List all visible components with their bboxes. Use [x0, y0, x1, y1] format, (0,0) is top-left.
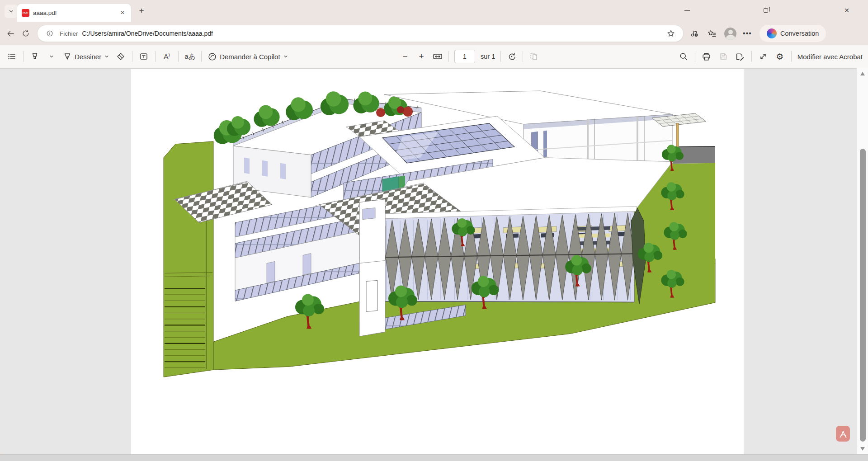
acrobat-logo-icon: [839, 429, 848, 439]
scrollbar-thumb[interactable]: [860, 149, 866, 442]
edit-with-acrobat-button[interactable]: Modifier avec Acrobat: [797, 49, 863, 64]
tab-title: aaaa.pdf: [33, 9, 115, 16]
url-text: C:/Users/amira/OneDrive/Documents/aaaa.p…: [82, 30, 661, 37]
restore-button[interactable]: [755, 0, 777, 21]
save-icon: [718, 49, 729, 64]
active-tab[interactable]: PDF aaaa.pdf ✕: [17, 4, 131, 22]
pdf-viewer: [0, 68, 868, 454]
search-icon[interactable]: [678, 49, 689, 64]
minimize-icon: [684, 10, 690, 11]
expand-icon[interactable]: [758, 49, 769, 64]
favorite-star-icon[interactable]: [665, 28, 677, 39]
horizontal-scrollbar[interactable]: [0, 454, 868, 461]
scroll-up-icon[interactable]: [860, 72, 865, 75]
divider: [751, 51, 752, 62]
vertical-scrollbar[interactable]: [857, 68, 868, 454]
acrobat-floating-button[interactable]: [836, 426, 850, 442]
new-tab-button[interactable]: +: [136, 5, 147, 17]
address-bar-row: Fichier C:/Users/amira/OneDrive/Document…: [0, 22, 868, 45]
page-number-input[interactable]: [454, 50, 475, 63]
divider: [448, 51, 449, 62]
copilot-outline-icon: [208, 52, 217, 61]
divider: [523, 51, 523, 62]
info-icon[interactable]: [44, 28, 56, 39]
page-count-label: sur 1: [481, 53, 495, 60]
divider: [695, 51, 695, 62]
ask-copilot-button[interactable]: Demander à Copilot: [208, 49, 288, 64]
close-tab-icon[interactable]: ✕: [118, 9, 127, 17]
read-aloud-icon[interactable]: A⁾: [161, 49, 172, 64]
collections-icon[interactable]: [705, 27, 719, 40]
divider: [500, 51, 501, 62]
divider: [23, 51, 24, 62]
copilot-conversation-button[interactable]: Conversation: [760, 25, 826, 42]
eraser-icon[interactable]: [115, 49, 126, 64]
highlighter-icon[interactable]: [29, 49, 40, 64]
architectural-rendering: [131, 69, 744, 454]
minimize-button[interactable]: [676, 0, 698, 21]
divider: [201, 51, 202, 62]
translate-icon[interactable]: aあ: [184, 49, 195, 64]
close-window-button[interactable]: ✕: [835, 0, 858, 21]
table-of-contents-icon[interactable]: [6, 49, 17, 64]
save-as-icon[interactable]: [735, 49, 745, 64]
highlighter-chevron-icon[interactable]: [46, 49, 57, 64]
protocol-label: Fichier: [60, 30, 78, 37]
divider: [155, 51, 156, 62]
pdf-toolbar: Dessiner A⁾ aあ Demander à Copilot − +: [0, 45, 868, 68]
page-view-icon: [528, 49, 539, 64]
divider: [132, 51, 132, 62]
restore-icon: [764, 8, 768, 13]
tab-search-chevron-icon[interactable]: [5, 5, 18, 18]
copilot-label: Conversation: [780, 30, 819, 37]
fit-to-width-icon[interactable]: [432, 49, 443, 64]
ask-copilot-chevron-icon: [283, 54, 288, 59]
print-icon[interactable]: [701, 49, 712, 64]
draw-pen-button[interactable]: Dessiner: [63, 49, 109, 64]
profile-avatar[interactable]: [724, 28, 736, 40]
divider: [178, 51, 179, 62]
scroll-down-icon[interactable]: [860, 447, 865, 451]
address-bar[interactable]: Fichier C:/Users/amira/OneDrive/Document…: [37, 25, 684, 42]
settings-gear-icon[interactable]: ⚙: [774, 49, 785, 64]
copilot-icon: [767, 28, 777, 38]
pdf-favicon: PDF: [22, 9, 29, 17]
zoom-out-icon[interactable]: −: [400, 49, 410, 64]
draw-label: Dessiner: [75, 53, 101, 61]
divider: [791, 51, 792, 62]
add-text-icon[interactable]: [138, 49, 149, 64]
draw-chevron-icon: [104, 54, 109, 59]
rotate-icon[interactable]: [506, 49, 517, 64]
refresh-button[interactable]: [18, 26, 33, 41]
pdf-page: [131, 69, 744, 454]
ask-copilot-label: Demander à Copilot: [220, 53, 280, 61]
media-controls-icon[interactable]: [688, 27, 701, 40]
edit-with-acrobat-label: Modifier avec Acrobat: [797, 53, 863, 61]
tab-strip: PDF aaaa.pdf ✕ + ✕: [0, 0, 868, 22]
back-button[interactable]: [3, 26, 18, 41]
more-menu-icon[interactable]: •••: [741, 27, 754, 40]
zoom-in-icon[interactable]: +: [416, 49, 427, 64]
